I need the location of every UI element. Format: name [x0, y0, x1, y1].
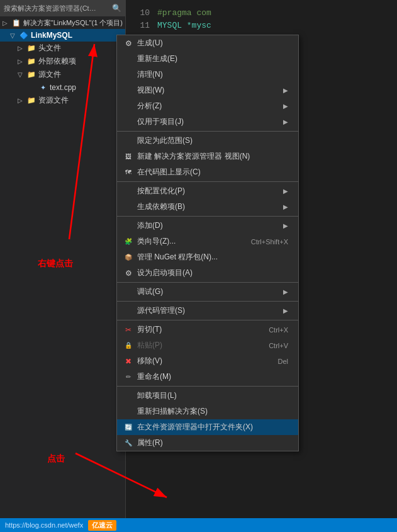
rename-icon: ✏ — [122, 372, 135, 382]
remove-icon: ✖ — [122, 356, 135, 366]
menu-scope[interactable]: 限定为此范围(S) — [117, 133, 298, 149]
class-wizard-shortcut: Ctrl+Shift+X — [238, 238, 288, 246]
sep7 — [117, 386, 298, 387]
source-control-arrow: ▶ — [283, 307, 288, 314]
analyze-label: 分析(Z) — [137, 101, 283, 111]
menu-view[interactable]: 视图(W) ▶ — [117, 82, 298, 98]
properties-label: 属性(R) — [137, 438, 288, 448]
menu-unload[interactable]: 卸载项目(L) — [117, 388, 298, 404]
paste-icon: 🔒 — [122, 341, 135, 351]
menu-set-startup[interactable]: ⚙ 设为启动项目(A) — [117, 265, 298, 281]
new-view-icon: 🖼 — [122, 152, 135, 162]
paste-label: 粘贴(P) — [137, 340, 256, 351]
menu-nuget[interactable]: 📦 管理 NuGet 程序包(N)... — [117, 249, 298, 265]
menu-build[interactable]: ⚙ 生成(U) — [117, 35, 298, 51]
rescan-icon — [122, 407, 135, 417]
resources-label: 资源文件 — [38, 95, 69, 106]
debug-arrow: ▶ — [283, 288, 288, 295]
sources-label: 源文件 — [38, 69, 61, 80]
unload-label: 卸载项目(L) — [137, 390, 288, 401]
new-view-label: 新建 解决方案资源管理器 视图(N) — [137, 151, 288, 162]
annotation-right-click: 右键点击 — [38, 258, 73, 269]
arrow-headers: ▷ — [18, 45, 26, 52]
build-deps-label: 生成依赖项(B) — [137, 201, 283, 212]
resources-icon: 📁 — [26, 96, 36, 106]
menu-open-folder[interactable]: 🔄 在文件资源管理器中打开文件夹(X) — [117, 419, 298, 435]
sep3 — [117, 216, 298, 217]
arrow-ext: ▷ — [18, 58, 26, 65]
sep1 — [117, 131, 298, 132]
tree-item-headers[interactable]: ▷ 📁 头文件 — [0, 42, 125, 55]
source-control-label: 源代码管理(S) — [137, 305, 283, 316]
set-startup-icon: ⚙ — [122, 268, 135, 278]
ext-deps-label: 外部依赖项 — [38, 56, 76, 67]
clean-label: 清理(N) — [137, 69, 288, 80]
folder-icon: 📁 — [26, 43, 36, 54]
menu-show-map[interactable]: 🗺 在代码图上显示(C) — [117, 164, 298, 180]
project-only-icon — [122, 117, 135, 127]
scope-label: 限定为此范围(S) — [137, 135, 288, 146]
cut-shortcut: Ctrl+X — [256, 326, 288, 334]
open-folder-label: 在文件资源管理器中打开文件夹(X) — [137, 422, 288, 433]
tree-item-external-deps[interactable]: ▷ 📁 外部依赖项 — [0, 55, 125, 68]
cut-label: 剪切(T) — [137, 324, 256, 335]
menu-properties[interactable]: 🔧 属性(R) — [117, 435, 298, 451]
menu-source-control[interactable]: 源代码管理(S) ▶ — [117, 303, 298, 319]
add-arrow: ▶ — [283, 222, 288, 229]
logo-text: 亿速云 — [92, 521, 113, 530]
line-num-10: 10 — [131, 8, 150, 18]
solution-icon: 📋 — [11, 18, 21, 28]
view-label: 视图(W) — [137, 85, 283, 96]
expand-arrow-project: ▽ — [10, 32, 19, 39]
menu-paste[interactable]: 🔒 粘贴(P) Ctrl+V — [117, 337, 298, 353]
menu-project-only[interactable]: 仅用于项目(J) ▶ — [117, 114, 298, 130]
search-icon[interactable]: 🔍 — [112, 4, 121, 13]
paste-shortcut: Ctrl+V — [256, 342, 288, 349]
menu-rescan[interactable]: 重新扫描解决方案(S) — [117, 404, 298, 419]
build-deps-arrow: ▶ — [283, 203, 288, 210]
code-line-11: 11 MYSQL *mysc — [126, 19, 397, 31]
project-only-label: 仅用于项目(J) — [137, 116, 283, 127]
menu-profile[interactable]: 按配置优化(P) ▶ — [117, 183, 298, 199]
remove-shortcut: Del — [265, 358, 288, 365]
class-wizard-icon: 🧩 — [122, 237, 135, 247]
tree-project[interactable]: ▽ 🔷 LinkMySQL — [0, 29, 125, 42]
tree-solution[interactable]: ▷ 📋 解决方案"LinkMySQL"(1 个项目) — [0, 16, 125, 29]
unload-icon — [122, 391, 135, 401]
menu-debug[interactable]: 调试(G) ▶ — [117, 284, 298, 300]
project-label: LinkMySQL — [31, 31, 72, 40]
open-folder-icon: 🔄 — [122, 422, 135, 433]
tree-item-textcpp[interactable]: ▷ ✦ text.cpp — [0, 81, 125, 94]
source-control-icon — [122, 306, 135, 316]
menu-rebuild[interactable]: 重新生成(E) — [117, 51, 298, 67]
profile-arrow: ▶ — [283, 188, 288, 195]
annotation-click: 点击 — [47, 453, 65, 465]
profile-label: 按配置优化(P) — [137, 186, 283, 196]
menu-clean[interactable]: 清理(N) — [117, 67, 298, 82]
sep4 — [117, 282, 298, 283]
menu-remove[interactable]: ✖ 移除(V) Del — [117, 353, 298, 369]
menu-analyze[interactable]: 分析(Z) ▶ — [117, 98, 298, 114]
sep2 — [117, 181, 298, 182]
menu-cut[interactable]: ✂ 剪切(T) Ctrl+X — [117, 322, 298, 337]
tree-item-sources[interactable]: ▽ 📁 源文件 — [0, 68, 125, 81]
nuget-label: 管理 NuGet 程序包(N)... — [137, 252, 288, 263]
menu-rename[interactable]: ✏ 重命名(M) — [117, 369, 298, 385]
debug-icon — [122, 287, 135, 297]
menu-add[interactable]: 添加(D) ▶ — [117, 218, 298, 234]
sep6 — [117, 320, 298, 320]
scope-icon — [122, 136, 135, 146]
code-text-10: #pragma com — [157, 8, 211, 18]
tree-item-resources[interactable]: ▷ 📁 资源文件 — [0, 94, 125, 107]
search-bar-label: 搜索解决方案资源管理器(Ctrl+;) — [4, 4, 98, 13]
menu-new-view[interactable]: 🖼 新建 解决方案资源管理器 视图(N) — [117, 149, 298, 164]
search-bar[interactable]: 搜索解决方案资源管理器(Ctrl+;) 🔍 — [0, 0, 125, 16]
rebuild-icon — [122, 54, 135, 64]
menu-class-wizard[interactable]: 🧩 类向导(Z)... Ctrl+Shift+X — [117, 234, 298, 249]
line-num-11: 11 — [131, 21, 150, 30]
arrow-resources: ▷ — [18, 97, 26, 104]
menu-build-deps[interactable]: 生成依赖项(B) ▶ — [117, 199, 298, 215]
set-startup-label: 设为启动项目(A) — [137, 268, 288, 278]
view-icon — [122, 86, 135, 96]
profile-icon — [122, 186, 135, 196]
